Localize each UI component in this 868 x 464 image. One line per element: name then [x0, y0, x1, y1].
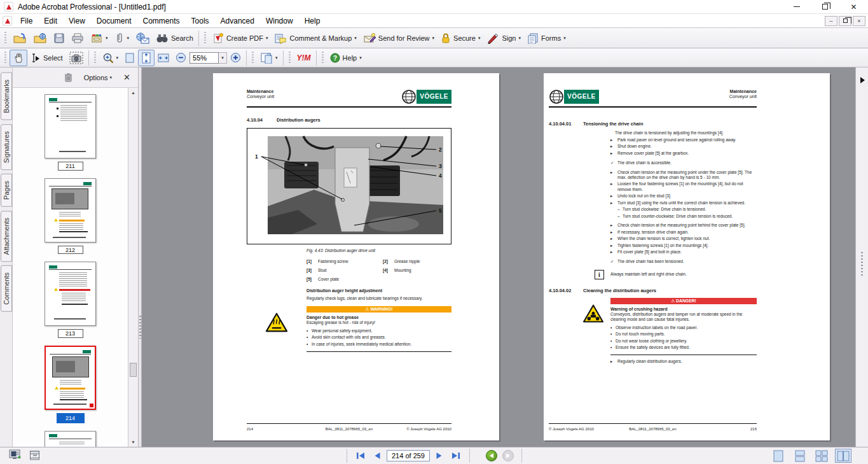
two-up-continuous-view-button[interactable]: [813, 449, 830, 463]
page-thumbnail-label[interactable]: 214: [57, 413, 85, 423]
menu-item-comments[interactable]: Comments: [137, 15, 186, 27]
expand-pane-button[interactable]: [858, 75, 867, 85]
menu-item-help[interactable]: Help: [299, 15, 326, 27]
web-folder-icon: [33, 32, 47, 44]
last-page-button[interactable]: [449, 449, 463, 462]
toolbar-grip[interactable]: [93, 52, 97, 64]
comment-markup-button[interactable]: Comment & Markup ▾: [271, 30, 359, 46]
two-up-view-button[interactable]: [835, 449, 851, 463]
doc-minimize-button[interactable]: –: [825, 16, 837, 26]
scrollbar-thumb[interactable]: [130, 363, 137, 377]
send-for-review-button[interactable]: Send for Review ▾: [360, 30, 437, 46]
help-button[interactable]: ? Help ▾: [327, 50, 365, 66]
menu-item-window[interactable]: Window: [260, 15, 299, 27]
forms-button[interactable]: Forms ▾: [524, 30, 569, 46]
first-page-button[interactable]: [354, 449, 368, 462]
doc-line-text: Shut down engine.: [617, 144, 652, 149]
scroll-down-arrow[interactable]: ▼: [128, 437, 138, 447]
doc-line-text: In case of injuries, seek immediately me…: [312, 342, 411, 347]
page-display-status-icon[interactable]: [9, 449, 22, 461]
window-close-button[interactable]: ✕: [839, 0, 868, 13]
page-thumbnail[interactable]: [45, 262, 96, 326]
print-button[interactable]: [68, 30, 87, 46]
panel-scrollbar[interactable]: ▲ ▼: [128, 88, 138, 447]
sidebar-tab-pages[interactable]: Pages: [1, 174, 12, 207]
doc-line-text: Turn stud counter-clockwise: Drive chain…: [623, 214, 733, 219]
thumbnail-content: [59, 231, 88, 232]
open-button[interactable]: [10, 30, 30, 46]
menu-item-document[interactable]: Document: [91, 15, 137, 27]
footer-page-number: 214: [247, 426, 314, 432]
arrow-glyph: ▸: [610, 359, 617, 364]
document-page-214[interactable]: Maintenance Conveyor unit VÖGELE 4.10.04…: [213, 73, 499, 440]
window-minimize-button[interactable]: [782, 0, 811, 13]
page-thumbnail-label[interactable]: 212: [58, 246, 83, 255]
fit-width-button[interactable]: [155, 50, 172, 66]
email-button[interactable]: [132, 30, 153, 46]
menu-item-edit[interactable]: Edit: [38, 15, 63, 27]
yahoo-search-button[interactable]: Y!M: [294, 50, 314, 66]
fit-page-button[interactable]: [138, 50, 155, 66]
page-thumbnail-label[interactable]: 213: [58, 329, 83, 338]
toolbar-grip[interactable]: [251, 52, 254, 64]
zoom-dropdown-button[interactable]: ▾: [219, 52, 227, 64]
doc-close-button[interactable]: ×: [853, 16, 865, 26]
page-thumbnail-label[interactable]: 211: [58, 162, 83, 171]
sidebar-tab-comments[interactable]: Comments: [1, 265, 12, 312]
doc-line: ▸Shut down engine.: [610, 144, 757, 149]
toolbar-grip[interactable]: [321, 52, 324, 64]
continuous-view-button[interactable]: [792, 449, 808, 463]
right-strip-grip[interactable]: [861, 252, 863, 278]
toolbar-grip[interactable]: [288, 52, 291, 64]
toolbar-grip[interactable]: [4, 32, 7, 45]
create-pdf-button[interactable]: Create PDF ▾: [209, 30, 272, 46]
previous-view-button[interactable]: [486, 450, 497, 461]
zoom-out-button[interactable]: [172, 50, 189, 66]
save-button[interactable]: [50, 30, 68, 46]
window-restore-button[interactable]: [811, 0, 839, 13]
open-web-button[interactable]: [30, 30, 50, 46]
sidebar-tab-bookmarks[interactable]: Bookmarks: [1, 73, 12, 120]
sidebar-tab-attachments[interactable]: Attachments: [1, 211, 12, 262]
menu-item-view[interactable]: View: [63, 15, 91, 27]
search-button[interactable]: Search: [153, 30, 196, 46]
actual-size-button[interactable]: [121, 50, 138, 66]
doc-restore-button[interactable]: [839, 16, 851, 26]
sign-button[interactable]: Sign ▾: [483, 30, 524, 46]
drawer-status-icon[interactable]: [29, 450, 40, 461]
hand-tool-button[interactable]: [10, 50, 27, 66]
page-thumbnail[interactable]: [45, 178, 96, 243]
page-thumbnail[interactable]: [45, 94, 96, 158]
page-thumbnail[interactable]: [45, 431, 96, 447]
snapshot-button[interactable]: [66, 50, 86, 66]
scroll-up-arrow[interactable]: ▲: [128, 88, 138, 97]
toolbar-grip[interactable]: [4, 52, 7, 64]
delete-pages-button[interactable]: [62, 71, 75, 84]
zoom-in-button[interactable]: [227, 50, 244, 66]
secure-button[interactable]: Secure ▾: [437, 30, 483, 46]
next-view-button[interactable]: [502, 450, 514, 461]
page-thumbnail[interactable]: [45, 346, 96, 410]
select-tool-button[interactable]: Select: [27, 50, 66, 66]
page-number-input[interactable]: [387, 450, 430, 461]
page-display-button[interactable]: ▾: [257, 50, 281, 66]
organizer-button[interactable]: ▾: [87, 30, 111, 46]
figure-callout-1: 1: [255, 153, 258, 160]
attach-button[interactable]: ▾: [111, 30, 133, 46]
single-page-view-button[interactable]: [770, 449, 787, 463]
doc-line: ▸Loosen the four fastening screws [1] on…: [610, 181, 757, 192]
panel-close-button[interactable]: ✕: [121, 73, 133, 82]
options-menu-button[interactable]: Options ▾: [81, 72, 114, 83]
menu-item-advanced[interactable]: Advanced: [215, 15, 260, 27]
document-page-215[interactable]: VÖGELE Maintenance Conveyor unit 4.10.04…: [544, 73, 830, 440]
sidebar-tab-signatures[interactable]: Signatures: [1, 124, 12, 170]
doc-line: ▸Tighten fastening screws [1] on the mou…: [610, 243, 757, 248]
menu-item-file[interactable]: File: [15, 15, 38, 27]
menu-item-tools[interactable]: Tools: [186, 15, 215, 27]
toolbar-grip[interactable]: [203, 32, 207, 45]
zoom-tool-button[interactable]: ▾: [99, 50, 122, 66]
next-page-button[interactable]: [432, 449, 446, 462]
previous-page-button[interactable]: [370, 449, 384, 462]
vogele-globe-icon: [401, 89, 417, 104]
zoom-level-input[interactable]: [189, 52, 219, 64]
